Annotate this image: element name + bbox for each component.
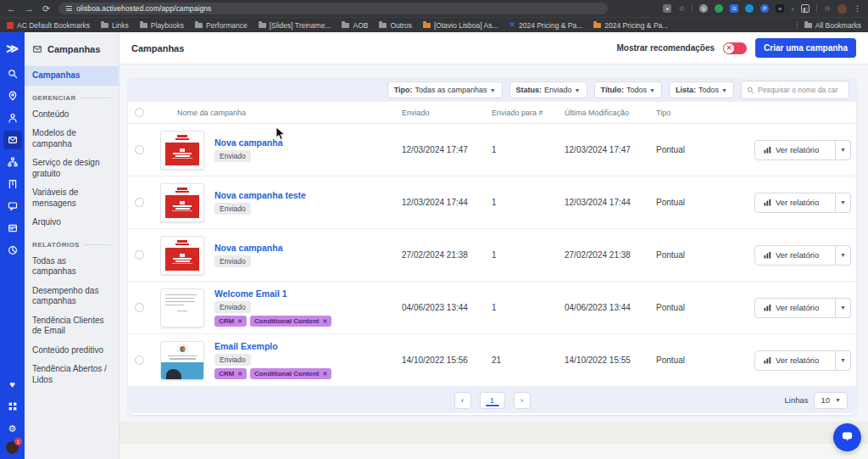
site-settings-icon[interactable] [66,6,72,11]
extension-icon[interactable]: n [776,4,784,13]
side-panel-star-icon[interactable]: ☆ [824,4,831,13]
nav-item-tendencia-clientes[interactable]: Tendência Clientes de Email [25,311,119,341]
tag-chip[interactable]: Conditional Content✕ [250,316,331,327]
nav-item-variaveis[interactable]: Variáveis de mensagens [25,183,119,213]
all-bookmarks-button[interactable]: All Bookmarks [804,21,861,30]
filter-status-dropdown[interactable]: Status:Enviado▼ [509,81,587,98]
campaign-name-link[interactable]: Email Exemplo [214,341,278,351]
report-dropdown-button[interactable]: ▼ [836,140,851,160]
extension-icon[interactable] [745,4,754,13]
row-checkbox[interactable] [135,250,144,260]
row-checkbox[interactable] [135,303,144,312]
current-page[interactable]: 1 [480,392,505,409]
campaign-thumbnail[interactable] [160,183,204,222]
tag-chip[interactable]: CRM✕ [214,368,247,379]
view-report-button[interactable]: Ver relatório [754,193,836,213]
nav-item-arquivo[interactable]: Arquivo [25,213,119,232]
recommendations-toggle[interactable]: ✕ [723,42,747,54]
search-campaigns-box[interactable] [741,81,849,99]
select-all-checkbox[interactable] [135,108,144,117]
favorites-heart-icon[interactable]: ♥ [3,375,22,394]
extension-icon[interactable]: › [791,4,794,14]
campaign-thumbnail[interactable] [160,236,204,275]
site-tracking-pin-icon[interactable] [3,87,22,105]
back-icon[interactable]: ← [7,4,16,14]
report-dropdown-button[interactable]: ▼ [836,245,851,266]
remove-tag-icon[interactable]: ✕ [237,318,242,325]
bookmark-item[interactable]: Performance [195,21,248,30]
automations-icon[interactable] [3,153,22,171]
campaign-name-link[interactable]: Welcome Email 1 [214,288,287,299]
bookmark-item[interactable]: Links [101,21,129,30]
nav-item-conteudo[interactable]: Conteúdo [25,105,119,125]
extension-icon[interactable]: P [760,4,769,13]
filter-type-dropdown[interactable]: Tipo:Todas as campanhas▼ [387,81,503,98]
conversations-icon[interactable] [3,197,22,216]
translate-icon[interactable]: a [663,4,671,13]
remove-tag-icon[interactable]: ✕ [237,371,242,378]
bookmark-star-icon[interactable]: ☆ [678,4,685,13]
bookmark-item[interactable]: [Slides] Treiname... [259,21,331,30]
bookmark-item[interactable]: 2024 Pricing & Pa... [593,21,668,30]
deals-icon[interactable] [3,175,22,193]
view-report-button[interactable]: Ver relatório [754,350,836,371]
view-report-button[interactable]: Ver relatório [754,298,836,318]
campaign-thumbnail[interactable] [160,341,204,380]
create-campaign-button[interactable]: Criar uma campanha [755,38,856,58]
nav-item-modelos[interactable]: Modelos de campanha [25,124,119,154]
apps-grid-icon[interactable] [3,397,22,416]
bookmark-item[interactable]: Outros [379,21,412,30]
user-avatar[interactable]: 1 [6,441,19,454]
chat-widget-button[interactable] [833,423,861,451]
tag-chip[interactable]: Conditional Content✕ [250,368,331,379]
report-dropdown-button[interactable]: ▼ [836,298,851,318]
nav-item-tendencia-abertos[interactable]: Tendência Abertos / Lidos [25,360,119,389]
filter-title-dropdown[interactable]: Título:Todos▼ [594,81,662,98]
view-report-button[interactable]: Ver relatório [754,245,836,266]
previous-page-button[interactable]: ‹ [454,392,471,409]
nav-item-conteudo-preditivo[interactable]: Conteúdo preditivo [25,341,119,361]
extension-icon[interactable] [715,4,723,13]
campaigns-icon[interactable] [3,131,22,149]
tag-chip[interactable]: CRM✕ [214,316,247,327]
bookmark-item[interactable]: Playbooks [140,21,184,30]
remove-tag-icon[interactable]: ✕ [323,371,328,378]
nav-item-todas-campanhas[interactable]: Todas as campanhas [25,252,119,282]
next-page-button[interactable]: › [514,392,531,409]
forms-icon[interactable] [3,219,22,238]
reports-icon[interactable] [3,241,22,260]
nav-item-desempenho[interactable]: Desempenho das campanhas [25,282,119,311]
reload-icon[interactable]: ⟳ [42,4,50,14]
search-icon[interactable] [3,64,22,83]
extension-icon[interactable]: G [730,4,738,13]
report-dropdown-button[interactable]: ▼ [836,350,851,371]
filter-list-dropdown[interactable]: Lista:Todos▼ [669,81,734,98]
bookmark-item[interactable]: AC Default Bookmarks [7,21,90,30]
extension-icon[interactable]: ① [699,4,708,13]
browser-menu-icon[interactable]: ⋮ [854,4,861,13]
bookmark-item[interactable]: [Otavio Lisboa] As... [423,21,498,30]
nav-item-servico-design[interactable]: Serviço de design gratuito [25,154,119,183]
campaign-thumbnail[interactable] [160,288,204,327]
row-checkbox[interactable] [135,145,144,154]
extensions-puzzle-icon[interactable]: ◧ [801,4,810,13]
url-bar[interactable]: olisboa.activehosted.com/app/campaigns [58,3,608,14]
bookmark-item[interactable]: ✕2024 Pricing & Pa... [509,21,583,30]
campaign-thumbnail[interactable] [160,131,204,170]
browser-profile-avatar[interactable] [837,4,847,14]
contacts-icon[interactable] [3,109,22,127]
search-input[interactable] [758,86,843,94]
report-dropdown-button[interactable]: ▼ [836,193,851,213]
campaign-name-link[interactable]: Nova campanha teste [214,190,306,200]
remove-tag-icon[interactable]: ✕ [323,318,328,325]
view-report-button[interactable]: Ver relatório [754,140,836,160]
row-checkbox[interactable] [135,198,144,207]
rows-per-page-select[interactable]: 10▼ [814,392,848,409]
forward-icon[interactable]: → [25,4,34,14]
row-checkbox[interactable] [135,355,144,365]
bookmark-item[interactable]: AOB [342,21,368,30]
activecampaign-logo[interactable]: ≫ [3,39,22,58]
nav-item-campanhas[interactable]: Campanhas [25,66,119,86]
campaign-name-link[interactable]: Nova campanha [214,243,283,253]
campaign-name-link[interactable]: Nova campanha [214,137,283,148]
